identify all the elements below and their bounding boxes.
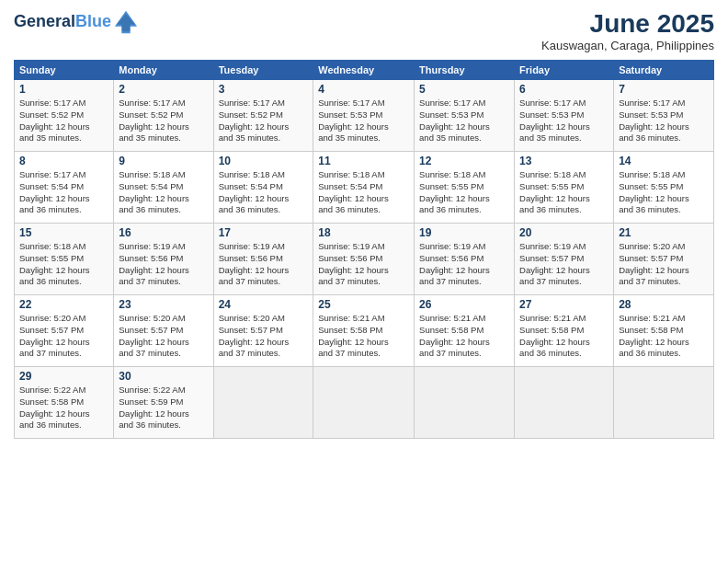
calendar-cell: 5Sunrise: 5:17 AMSunset: 5:53 PMDaylight… [415,80,515,152]
day-info: Sunrise: 5:17 AMSunset: 5:53 PMDaylight:… [519,98,609,144]
day-info: Sunrise: 5:20 AMSunset: 5:57 PMDaylight:… [619,241,709,288]
day-info: Sunrise: 5:17 AMSunset: 5:53 PMDaylight:… [419,98,509,144]
day-info: Sunrise: 5:19 AMSunset: 5:57 PMDaylight:… [519,241,609,288]
calendar-cell: 30Sunrise: 5:22 AMSunset: 5:59 PMDayligh… [114,367,213,439]
day-info: Sunrise: 5:19 AMSunset: 5:56 PMDaylight:… [318,241,409,288]
calendar-cell: 10Sunrise: 5:18 AMSunset: 5:54 PMDayligh… [213,152,313,224]
calendar-cell: 18Sunrise: 5:19 AMSunset: 5:56 PMDayligh… [313,224,415,295]
calendar-cell: 14Sunrise: 5:18 AMSunset: 5:55 PMDayligh… [614,152,714,224]
day-info: Sunrise: 5:20 AMSunset: 5:57 PMDaylight:… [19,313,108,360]
day-info: Sunrise: 5:22 AMSunset: 5:59 PMDaylight:… [119,385,208,431]
calendar-cell: 2Sunrise: 5:17 AMSunset: 5:52 PMDaylight… [114,80,213,152]
calendar-cell: 13Sunrise: 5:18 AMSunset: 5:55 PMDayligh… [515,152,614,224]
svg-marker-1 [117,14,136,32]
calendar-week-5: 29Sunrise: 5:22 AMSunset: 5:58 PMDayligh… [15,367,714,439]
column-header-saturday: Saturday [614,61,714,80]
day-info: Sunrise: 5:20 AMSunset: 5:57 PMDaylight:… [119,313,208,360]
day-info: Sunrise: 5:18 AMSunset: 5:55 PMDaylight:… [19,241,108,288]
day-info: Sunrise: 5:17 AMSunset: 5:53 PMDaylight:… [318,98,409,144]
column-header-sunday: Sunday [15,61,114,80]
day-info: Sunrise: 5:21 AMSunset: 5:58 PMDaylight:… [619,313,709,360]
calendar-cell: 28Sunrise: 5:21 AMSunset: 5:58 PMDayligh… [614,295,714,367]
day-number: 21 [619,226,709,239]
day-info: Sunrise: 5:18 AMSunset: 5:54 PMDaylight:… [318,169,409,216]
calendar-week-2: 8Sunrise: 5:17 AMSunset: 5:54 PMDaylight… [15,152,714,224]
day-info: Sunrise: 5:17 AMSunset: 5:53 PMDaylight:… [619,98,709,144]
day-info: Sunrise: 5:17 AMSunset: 5:54 PMDaylight:… [19,169,108,216]
calendar-body: 1Sunrise: 5:17 AMSunset: 5:52 PMDaylight… [15,80,714,439]
calendar-cell: 3Sunrise: 5:17 AMSunset: 5:52 PMDaylight… [213,80,313,152]
logo-icon [113,9,139,35]
calendar-cell [614,367,714,439]
column-header-friday: Friday [515,61,614,80]
calendar-cell: 1Sunrise: 5:17 AMSunset: 5:52 PMDaylight… [15,80,114,152]
day-info: Sunrise: 5:19 AMSunset: 5:56 PMDaylight:… [419,241,509,288]
day-info: Sunrise: 5:20 AMSunset: 5:57 PMDaylight:… [219,313,309,360]
calendar-subtitle: Kauswagan, Caraga, Philippines [541,39,714,52]
day-info: Sunrise: 5:21 AMSunset: 5:58 PMDaylight:… [419,313,509,360]
day-number: 26 [419,298,509,311]
day-number: 15 [19,226,108,239]
column-header-thursday: Thursday [415,61,515,80]
day-number: 18 [318,226,409,239]
day-number: 20 [519,226,609,239]
calendar-cell: 4Sunrise: 5:17 AMSunset: 5:53 PMDaylight… [313,80,415,152]
column-header-tuesday: Tuesday [213,61,313,80]
day-number: 2 [119,83,208,96]
day-number: 27 [519,298,609,311]
day-number: 12 [419,155,509,167]
day-number: 5 [419,83,509,96]
calendar-cell: 15Sunrise: 5:18 AMSunset: 5:55 PMDayligh… [15,224,114,295]
day-number: 22 [19,298,108,311]
calendar-cell: 8Sunrise: 5:17 AMSunset: 5:54 PMDaylight… [15,152,114,224]
calendar-cell: 9Sunrise: 5:18 AMSunset: 5:54 PMDaylight… [114,152,213,224]
day-info: Sunrise: 5:17 AMSunset: 5:52 PMDaylight:… [119,98,208,144]
day-number: 19 [419,226,509,239]
day-number: 14 [619,155,709,167]
day-number: 25 [318,298,409,311]
calendar-cell: 19Sunrise: 5:19 AMSunset: 5:56 PMDayligh… [415,224,515,295]
day-info: Sunrise: 5:22 AMSunset: 5:58 PMDaylight:… [19,385,108,431]
calendar-cell: 7Sunrise: 5:17 AMSunset: 5:53 PMDaylight… [614,80,714,152]
calendar-table: SundayMondayTuesdayWednesdayThursdayFrid… [14,60,714,439]
day-number: 4 [318,83,409,96]
day-number: 30 [119,370,208,383]
calendar-page: GeneralBlue June 2025 Kauswagan, Caraga,… [0,0,728,563]
day-number: 24 [219,298,309,311]
day-info: Sunrise: 5:18 AMSunset: 5:55 PMDaylight:… [419,169,509,216]
day-info: Sunrise: 5:19 AMSunset: 5:56 PMDaylight:… [119,241,208,288]
day-number: 1 [19,83,108,96]
calendar-cell: 16Sunrise: 5:19 AMSunset: 5:56 PMDayligh… [114,224,213,295]
calendar-cell [515,367,614,439]
calendar-cell: 12Sunrise: 5:18 AMSunset: 5:55 PMDayligh… [415,152,515,224]
calendar-cell: 25Sunrise: 5:21 AMSunset: 5:58 PMDayligh… [313,295,415,367]
calendar-cell: 23Sunrise: 5:20 AMSunset: 5:57 PMDayligh… [114,295,213,367]
page-header: GeneralBlue June 2025 Kauswagan, Caraga,… [14,9,714,52]
day-number: 13 [519,155,609,167]
calendar-cell: 20Sunrise: 5:19 AMSunset: 5:57 PMDayligh… [515,224,614,295]
day-number: 8 [19,155,108,167]
calendar-cell [213,367,313,439]
logo-text: GeneralBlue [14,13,111,31]
day-info: Sunrise: 5:21 AMSunset: 5:58 PMDaylight:… [519,313,609,360]
calendar-week-4: 22Sunrise: 5:20 AMSunset: 5:57 PMDayligh… [15,295,714,367]
calendar-cell: 17Sunrise: 5:19 AMSunset: 5:56 PMDayligh… [213,224,313,295]
column-header-wednesday: Wednesday [313,61,415,80]
day-number: 28 [619,298,709,311]
day-number: 7 [619,83,709,96]
day-info: Sunrise: 5:21 AMSunset: 5:58 PMDaylight:… [318,313,409,360]
calendar-header-row: SundayMondayTuesdayWednesdayThursdayFrid… [15,61,714,80]
calendar-cell: 26Sunrise: 5:21 AMSunset: 5:58 PMDayligh… [415,295,515,367]
day-number: 10 [219,155,309,167]
calendar-title: June 2025 [541,9,714,39]
day-number: 17 [219,226,309,239]
calendar-cell: 6Sunrise: 5:17 AMSunset: 5:53 PMDaylight… [515,80,614,152]
calendar-cell: 11Sunrise: 5:18 AMSunset: 5:54 PMDayligh… [313,152,415,224]
day-info: Sunrise: 5:17 AMSunset: 5:52 PMDaylight:… [19,98,108,144]
day-info: Sunrise: 5:19 AMSunset: 5:56 PMDaylight:… [219,241,309,288]
title-block: June 2025 Kauswagan, Caraga, Philippines [541,9,714,52]
day-number: 9 [119,155,208,167]
day-number: 16 [119,226,208,239]
day-info: Sunrise: 5:18 AMSunset: 5:55 PMDaylight:… [519,169,609,216]
calendar-cell [313,367,415,439]
